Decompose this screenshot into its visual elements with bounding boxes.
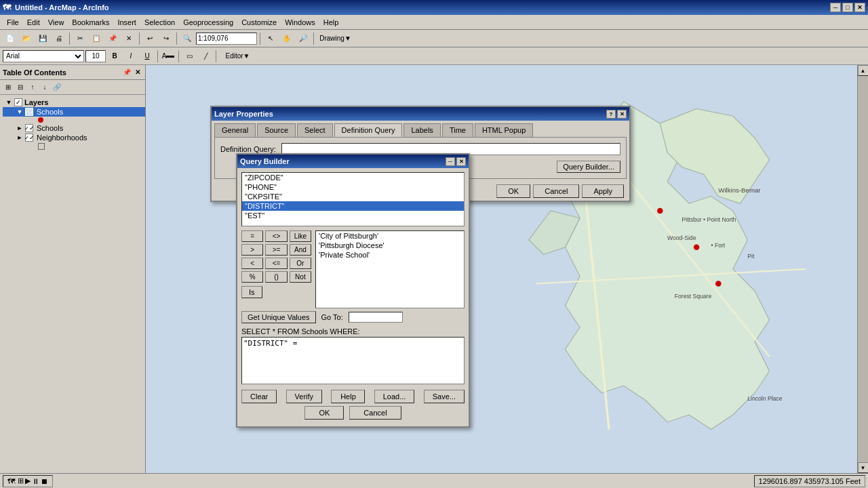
qb-value-private[interactable]: 'Private School': [316, 250, 464, 260]
qb-field-est[interactable]: "EST": [242, 211, 464, 220]
op-lt-btn[interactable]: <: [241, 258, 263, 269]
menu-edit[interactable]: Edit: [23, 17, 44, 28]
layers-root[interactable]: ▼ Layers: [3, 98, 145, 107]
font-select[interactable]: Arial: [3, 50, 84, 62]
drawing-dropdown[interactable]: Drawing▼: [317, 31, 354, 46]
scale-input[interactable]: 1:109,076: [196, 33, 257, 45]
scroll-up-btn[interactable]: ▲: [858, 65, 869, 76]
maximize-button[interactable]: □: [842, 3, 853, 12]
layer-props-close-btn[interactable]: ✕: [617, 110, 627, 119]
layer-neighborhoods[interactable]: ► ✓ Neighborhoods: [3, 133, 145, 142]
layer-schools-2[interactable]: ► ✓ Schools: [3, 123, 145, 133]
verify-btn[interactable]: Verify: [286, 390, 323, 403]
tab-select[interactable]: Select: [297, 123, 333, 137]
schools-checkbox[interactable]: ✓: [25, 108, 33, 116]
layers-checkbox[interactable]: [14, 98, 22, 106]
op-gt-btn[interactable]: >: [241, 244, 263, 256]
qb-field-phone[interactable]: "PHONE": [242, 182, 464, 192]
qb-close-btn[interactable]: ✕: [456, 157, 466, 166]
map-area[interactable]: Wilkins-Bemar Pittsbur • Point North Woo…: [146, 65, 857, 473]
toc-tool2[interactable]: ⊟: [15, 82, 26, 93]
cut-btn[interactable]: ✂: [73, 31, 87, 46]
qb-value-pittsburgh[interactable]: 'City of Pittsburgh': [316, 231, 464, 241]
tab-html-popup[interactable]: HTML Popup: [475, 123, 533, 137]
fill-color-btn[interactable]: ▭: [182, 49, 197, 64]
op-gte-btn[interactable]: >=: [265, 244, 287, 256]
toc-tool5[interactable]: 🔗: [52, 82, 62, 93]
menu-help[interactable]: Help: [319, 17, 343, 28]
qb-field-district[interactable]: "DISTRICT": [242, 201, 464, 211]
new-btn[interactable]: 📄: [3, 31, 18, 46]
tab-general[interactable]: General: [214, 123, 256, 137]
op-is-btn[interactable]: Is: [241, 286, 262, 298]
italic-btn[interactable]: I: [123, 49, 138, 64]
paste-btn[interactable]: 📌: [105, 31, 120, 46]
op-parens-btn[interactable]: (): [265, 271, 287, 283]
op-like-btn[interactable]: Like: [290, 230, 311, 242]
help-btn[interactable]: Help: [331, 390, 365, 403]
menu-file[interactable]: File: [3, 17, 23, 28]
toc-pin-btn[interactable]: 📌: [122, 68, 132, 77]
line-color-btn[interactable]: ╱: [198, 49, 213, 64]
toc-tool3[interactable]: ↑: [27, 82, 38, 93]
qb-minimize-btn[interactable]: ─: [446, 157, 455, 166]
redo-btn[interactable]: ↪: [159, 31, 174, 46]
open-btn[interactable]: 📂: [19, 31, 34, 46]
zoom-in-btn[interactable]: 🔍: [180, 31, 195, 46]
save-btn[interactable]: 💾: [35, 31, 50, 46]
menu-view[interactable]: View: [44, 17, 68, 28]
load-btn[interactable]: Load...: [374, 390, 415, 403]
minimize-button[interactable]: ─: [830, 3, 841, 12]
menu-bookmarks[interactable]: Bookmarks: [68, 17, 113, 28]
op-or-btn[interactable]: Or: [290, 258, 311, 269]
neighborhoods-checkbox[interactable]: ✓: [25, 134, 33, 142]
tab-definition-query[interactable]: Definition Query: [334, 123, 403, 137]
get-unique-values-btn[interactable]: Get Unique Values: [241, 311, 316, 323]
save-btn[interactable]: Save...: [424, 390, 465, 403]
toc-tool4[interactable]: ↓: [39, 82, 50, 93]
qb-value-diocese[interactable]: 'Pittsburgh Diocese': [316, 241, 464, 250]
qb-field-zipcode[interactable]: "ZIPCODE": [242, 173, 464, 182]
editor-dropdown[interactable]: Editor▼: [219, 49, 256, 64]
print-btn[interactable]: 🖨: [52, 31, 66, 46]
qb-field-ckpsite[interactable]: "CKPSITE": [242, 192, 464, 201]
select-tool[interactable]: ↖: [263, 31, 278, 46]
tab-time[interactable]: Time: [442, 123, 473, 137]
op-lte-btn[interactable]: <=: [265, 258, 287, 269]
qb-cancel-btn[interactable]: Cancel: [349, 406, 401, 420]
pan-tool[interactable]: ✋: [279, 31, 294, 46]
toc-tool1[interactable]: ⊞: [3, 82, 14, 93]
close-button[interactable]: ✕: [854, 3, 865, 12]
tab-source[interactable]: Source: [257, 123, 296, 137]
layer-props-apply-btn[interactable]: Apply: [582, 184, 624, 198]
text-color-btn[interactable]: A: [161, 49, 176, 64]
op-eq-btn[interactable]: =: [241, 230, 263, 242]
op-pct-btn[interactable]: %: [241, 271, 263, 283]
zoom-tool[interactable]: 🔎: [296, 31, 311, 46]
menu-insert[interactable]: Insert: [113, 17, 140, 28]
scroll-down-btn[interactable]: ▼: [858, 462, 869, 473]
qb-values-list[interactable]: 'City of Pittsburgh' 'Pittsburgh Diocese…: [315, 230, 465, 308]
schools2-checkbox[interactable]: ✓: [25, 124, 33, 132]
font-size-input[interactable]: [85, 50, 106, 62]
layer-props-ok-btn[interactable]: OK: [496, 184, 530, 198]
undo-btn[interactable]: ↩: [142, 31, 157, 46]
bold-btn[interactable]: B: [107, 49, 122, 64]
qb-fields-list[interactable]: "ZIPCODE" "PHONE" "CKPSITE" "DISTRICT" "…: [241, 172, 465, 226]
go-to-input[interactable]: [349, 312, 403, 323]
menu-customize[interactable]: Customize: [237, 17, 281, 28]
clear-btn[interactable]: Clear: [241, 390, 277, 403]
qb-sql-textarea[interactable]: "DISTRICT" =: [241, 337, 465, 384]
layer-schools-selected[interactable]: ▼ ✓ Schools: [3, 107, 145, 117]
layer-props-cancel-btn[interactable]: Cancel: [533, 184, 579, 198]
op-neq-btn[interactable]: <>: [265, 230, 287, 242]
op-and-btn[interactable]: And: [290, 244, 311, 256]
op-not-btn[interactable]: Not: [290, 271, 311, 283]
delete-btn[interactable]: ✕: [121, 31, 136, 46]
qb-ok-btn[interactable]: OK: [304, 406, 344, 420]
query-builder-btn[interactable]: Query Builder...: [557, 161, 620, 173]
layer-props-help-btn[interactable]: ?: [606, 110, 616, 119]
copy-btn[interactable]: 📋: [89, 31, 104, 46]
menu-geoprocessing[interactable]: Geoprocessing: [179, 17, 237, 28]
menu-windows[interactable]: Windows: [281, 17, 319, 28]
